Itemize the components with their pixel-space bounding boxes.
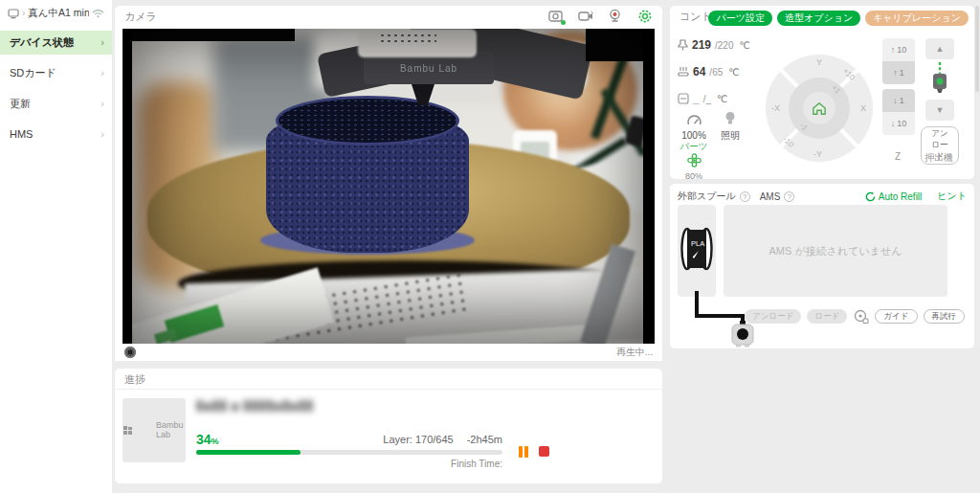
spool-material-text: PLA xyxy=(691,239,704,248)
parts-settings-button[interactable]: パーツ設定 xyxy=(708,11,771,26)
sidebar-item-sd-card[interactable]: SDカード› xyxy=(0,61,112,85)
camera-panel-header: カメラ xyxy=(115,6,662,27)
filament-dry-icon[interactable] xyxy=(853,308,869,325)
z-up-10-button[interactable]: ↑10 xyxy=(882,38,915,61)
camera-settings-icon[interactable] xyxy=(637,9,653,24)
pause-button[interactable] xyxy=(516,445,531,459)
video-letterbox xyxy=(122,29,132,344)
pad-label-x-plus[interactable]: X xyxy=(860,103,866,113)
wifi-icon xyxy=(92,9,104,18)
bed-temp-row[interactable]: 64 /65 ℃ xyxy=(678,65,740,78)
arrow-down-icon: ↓ xyxy=(891,119,896,128)
sidebar-item-update[interactable]: 更新› xyxy=(0,92,112,116)
fan-gauge-icon xyxy=(686,113,702,126)
print-options-button[interactable]: 造型オプション xyxy=(777,11,860,26)
chamber-icon xyxy=(678,93,689,104)
gantry-brand-text: Bambu Lab xyxy=(400,63,457,74)
print-thumbnail: Bambu Lab xyxy=(122,398,186,462)
z-up-1-button[interactable]: ↑1 xyxy=(882,61,915,84)
right-panel-scrollbar[interactable] xyxy=(975,6,979,92)
sidebar-item-label: デバイス状態 xyxy=(10,36,74,48)
nozzle-temp-row[interactable]: 219 /220 ℃ xyxy=(678,38,750,52)
chamber-current-temp: _ xyxy=(693,92,700,105)
light-label: 照明 xyxy=(716,129,745,143)
calibration-button[interactable]: キャリブレーション xyxy=(865,11,969,26)
filament-tube xyxy=(695,314,745,318)
nozzle-icon xyxy=(678,39,688,52)
pad-label-y-minus[interactable]: -Y xyxy=(813,149,822,159)
ams-label: AMS xyxy=(760,191,781,202)
nozzle-target-temp: /220 xyxy=(715,40,733,51)
sidebar-item-hms[interactable]: HMS› xyxy=(0,123,112,146)
extruder-controls: ▲ ▼ アンロード xyxy=(921,38,959,165)
aux-fan-control[interactable]: 100% xyxy=(679,113,708,141)
auto-refill-label: Auto Refill xyxy=(879,191,923,202)
control-header-buttons: パーツ設定 造型オプション キャリブレーション xyxy=(708,11,969,26)
ams-panel: 外部スプール ? AMS ? Auto Refill ヒント PLA AMS が… xyxy=(670,184,974,348)
record-button[interactable] xyxy=(124,347,136,358)
z-step-label: 1 xyxy=(900,96,904,105)
z-step-label: 10 xyxy=(897,45,906,55)
sidebar-item-device-status[interactable]: デバイス状態› xyxy=(0,31,112,55)
pad-label-x-minus[interactable]: -X xyxy=(771,103,780,113)
external-spool-slot[interactable]: PLA xyxy=(678,205,716,297)
auto-refill-toggle[interactable]: Auto Refill xyxy=(865,191,923,202)
snapshot-icon[interactable] xyxy=(548,9,564,24)
chevron-right-icon: › xyxy=(100,61,104,85)
video-letterbox xyxy=(586,29,643,61)
ams-retry-button[interactable]: 再試行 xyxy=(924,309,966,324)
z-step-label: 1 xyxy=(900,68,904,78)
z-down-1-button[interactable]: ↓1 xyxy=(882,89,915,112)
z-down-10-button[interactable]: ↓10 xyxy=(882,112,915,135)
light-control[interactable]: 照明 xyxy=(716,111,745,143)
video-bowl-interior xyxy=(276,96,459,146)
pad-label-minus10[interactable]: -10 xyxy=(782,135,796,149)
sidebar-item-label: 更新 xyxy=(10,98,31,109)
printer-device-icon xyxy=(8,9,19,19)
pause-bar xyxy=(519,446,523,458)
bed-target-temp: /65 xyxy=(709,67,723,78)
hint-link[interactable]: ヒント xyxy=(937,190,967,203)
stop-button[interactable] xyxy=(539,446,549,457)
playback-status: 再生中... xyxy=(616,346,653,359)
progress-bar-fill xyxy=(196,450,301,455)
arrow-down-icon: ↓ xyxy=(893,96,898,105)
home-icon xyxy=(812,101,827,116)
part-fan-control[interactable]: パーツ 80% xyxy=(678,141,710,181)
video-printed-bowl xyxy=(266,96,469,253)
ams-action-buttons: アンロード ロード ガイド 再試行 xyxy=(745,308,965,325)
extrude-up-button[interactable]: ▲ xyxy=(925,38,954,59)
ams-help-icon[interactable]: ? xyxy=(784,191,794,202)
camera-control-bar: 再生中... xyxy=(115,344,662,361)
chevron-right-icon: › xyxy=(100,123,104,146)
home-button[interactable] xyxy=(803,92,835,124)
extruder-status-icon xyxy=(929,61,950,96)
camera-panel: カメラ xyxy=(115,6,662,361)
part-fan-label: パーツ xyxy=(678,141,710,153)
extrude-down-button[interactable]: ▼ xyxy=(925,100,954,121)
pad-label-y-plus[interactable]: Y xyxy=(816,57,822,67)
finish-time: Finish Time: xyxy=(115,459,502,469)
ams-unload-button-disabled[interactable]: アンロード xyxy=(745,309,801,324)
ams-load-button-disabled[interactable]: ロード xyxy=(807,309,847,324)
record-video-icon[interactable] xyxy=(578,9,593,24)
chevron-right-icon: › xyxy=(100,92,104,116)
breadcrumb-chevron-icon: › xyxy=(22,9,25,18)
movement-pad: Y -Y -X X +10 +1 -1 -10 xyxy=(766,55,873,162)
time-remaining: -2h45m xyxy=(467,434,502,445)
chamber-target-temp: /_ xyxy=(703,94,711,104)
camera-video-feed[interactable]: Bambu Lab xyxy=(122,29,655,344)
ams-extruder-icon xyxy=(729,321,756,351)
extruder-label: 押出機 xyxy=(924,151,953,165)
webcam-icon[interactable] xyxy=(608,9,623,24)
video-toolhead-vents xyxy=(379,33,436,46)
device-header[interactable]: › 真ん中A1 mini xyxy=(0,0,112,25)
degree-unit: ℃ xyxy=(728,67,739,78)
app-root: › 真ん中A1 mini デバイス状態› SDカード› 更新› HMS› カメラ xyxy=(0,0,980,493)
ams-guide-button[interactable]: ガイド xyxy=(875,309,917,324)
triangle-down-icon: ▼ xyxy=(936,105,945,115)
z-axis-label: Z xyxy=(895,151,901,162)
spool-icon: PLA xyxy=(679,225,714,277)
external-spool-label: 外部スプール xyxy=(678,190,736,203)
external-spool-help-icon[interactable]: ? xyxy=(740,191,750,202)
